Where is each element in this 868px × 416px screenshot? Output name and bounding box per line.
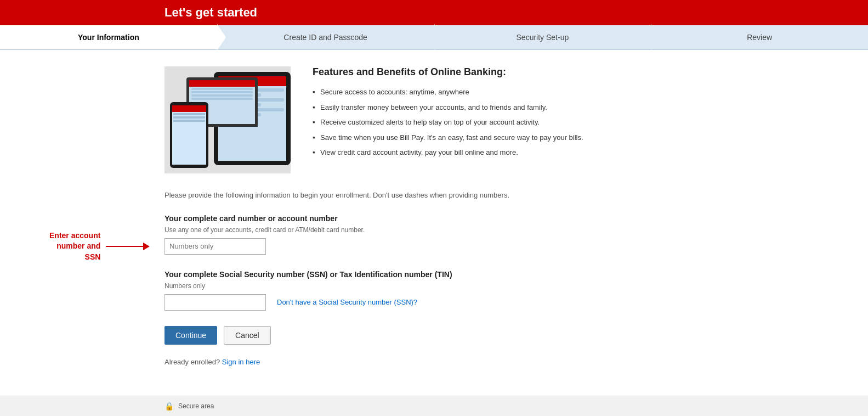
phone-device: [170, 102, 208, 168]
banner-title: Let's get started: [164, 5, 257, 19]
list-item: Easily transfer money between your accou…: [313, 102, 583, 113]
callout-text: Enter accountnumber andSSN: [49, 231, 100, 263]
no-ssn-link[interactable]: Don't have a Social Security number (SSN…: [277, 298, 417, 306]
tab-your-information[interactable]: Your Information: [0, 25, 217, 49]
svg-marker-1: [143, 243, 150, 250]
lock-icon: 🔒: [164, 402, 174, 411]
card-number-label: Your complete card number or account num…: [164, 214, 704, 223]
tab-security-setup[interactable]: Security Set-up: [434, 25, 651, 49]
card-number-input[interactable]: [164, 238, 266, 255]
features-section: Features and Benefits of Online Banking:…: [164, 66, 704, 173]
ssn-sublabel: Numbers only: [164, 282, 704, 290]
ssn-label: Your complete Social Security number (SS…: [164, 270, 704, 279]
list-item: Save time when you use Bill Pay. It's an…: [313, 132, 583, 143]
ssn-input[interactable]: [164, 294, 266, 311]
cancel-button[interactable]: Cancel: [224, 326, 271, 345]
main-content: Features and Benefits of Online Banking:…: [0, 50, 868, 404]
ssn-row: Don't have a Social Security number (SSN…: [164, 294, 704, 311]
footer-bar: 🔒 Secure area: [0, 396, 868, 416]
card-number-sublabel: Use any one of your accounts, credit car…: [164, 226, 704, 234]
list-item: View credit card account activity, pay y…: [313, 147, 583, 158]
card-number-section: Enter accountnumber andSSN Your complete…: [164, 214, 704, 255]
sign-in-link[interactable]: Sign in here: [222, 358, 260, 366]
features-text: Features and Benefits of Online Banking:…: [313, 66, 583, 173]
ssn-section: Your complete Social Security number (SS…: [164, 270, 704, 311]
features-heading: Features and Benefits of Online Banking:: [313, 66, 583, 78]
list-item: Secure access to accounts: anytime, anyw…: [313, 87, 583, 98]
device-image: [164, 66, 291, 173]
already-enrolled: Already enrolled? Sign in here: [164, 358, 704, 366]
list-item: Receive customized alerts to help stay o…: [313, 117, 583, 128]
callout-arrow: [106, 238, 150, 255]
button-row: Continue Cancel: [164, 326, 704, 345]
features-list: Secure access to accounts: anytime, anyw…: [313, 87, 583, 158]
callout-annotation: Enter accountnumber andSSN: [49, 231, 150, 263]
progress-tabs: Your Information Create ID and Passcode …: [0, 25, 868, 50]
header-banner: Let's get started: [0, 0, 868, 25]
continue-button[interactable]: Continue: [164, 326, 217, 345]
form-instruction: Please provide the following information…: [164, 190, 704, 201]
tab-review[interactable]: Review: [651, 25, 868, 49]
footer-text: Secure area: [178, 402, 214, 410]
tab-create-id-passcode[interactable]: Create ID and Passcode: [217, 25, 434, 49]
